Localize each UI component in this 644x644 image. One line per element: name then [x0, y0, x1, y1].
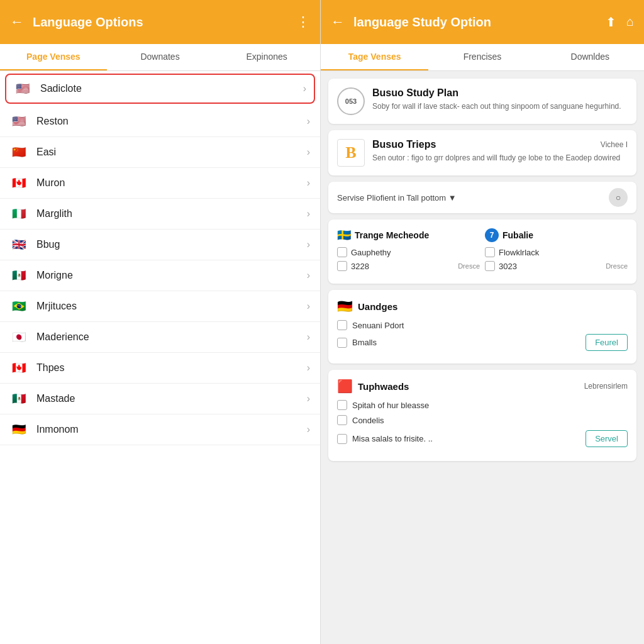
item-name-morigne: Morigne — [36, 270, 307, 281]
fubalie-dresce: Dresce — [606, 262, 628, 270]
left-tabs: Page Venses Downates Expinones — [0, 44, 320, 71]
list-item-morigne[interactable]: 🇲🇽Morigne› — [0, 260, 320, 291]
tuphwaeds-check-3[interactable] — [337, 434, 347, 444]
home-icon[interactable]: ⌂ — [626, 14, 634, 30]
trange-label-2: 3228 — [351, 262, 452, 271]
right-back-icon[interactable]: ← — [331, 14, 345, 30]
trange-flag: 🇸🇪 — [337, 228, 351, 242]
tuphwaeds-item-3[interactable]: Misa salals to frisite. .. Servel — [337, 430, 628, 447]
chevron-thpes: › — [307, 362, 310, 374]
uandges-flag: 🇩🇪 — [337, 299, 353, 314]
fubalie-check-2[interactable] — [485, 261, 495, 271]
uandges-title: Uandges — [358, 301, 397, 312]
list-item-easi[interactable]: 🇨🇳Easi› — [0, 137, 320, 168]
tuphwaeds-item-2[interactable]: Condelis — [337, 415, 628, 425]
tab-expinones[interactable]: Expinones — [213, 44, 320, 70]
servel-button[interactable]: Servel — [586, 430, 628, 447]
list-item-muron[interactable]: 🇨🇦Muron› — [0, 168, 320, 199]
chevron-maderience: › — [307, 331, 310, 343]
tab-downates[interactable]: Downates — [107, 44, 214, 70]
left-more-icon[interactable]: ⋮ — [296, 14, 310, 30]
tab-downldes[interactable]: Downldes — [536, 44, 644, 70]
left-list: 🇺🇸Sadiclote›🇺🇸Reston›🇨🇳Easi›🇨🇦Muron›🇮🇹Ma… — [0, 71, 320, 644]
tab-page-venses[interactable]: Page Venses — [0, 44, 107, 70]
fubalie-check-1[interactable] — [485, 247, 495, 257]
busuo-trieps-description: Sen outor : figo to grr dolpres and will… — [372, 153, 628, 164]
fubalie-item-2[interactable]: 3023 Dresce — [485, 261, 628, 271]
item-name-sadiclote: Sadiclote — [40, 83, 303, 94]
item-name-inmonom: Inmonom — [36, 424, 307, 435]
tuphwaeds-check-2[interactable] — [337, 415, 347, 425]
flag-thpes: 🇨🇦 — [10, 362, 28, 374]
list-item-inmonom[interactable]: 🇩🇪Inmonom› — [0, 414, 320, 445]
chevron-muron: › — [307, 177, 310, 189]
trange-dresce: Dresce — [458, 262, 480, 270]
flag-muron: 🇨🇦 — [10, 177, 28, 189]
item-name-maderience: Maderience — [36, 331, 307, 343]
right-tabs: Tage Venses Frencises Downldes — [321, 44, 644, 71]
methods-card: 🇸🇪 Trange Mecheode Gauphethy 3228 Dresce — [328, 219, 636, 284]
uandges-label-1: Senuani Pdort — [352, 321, 628, 330]
tuphwaeds-label-3: Misa salals to frisite. .. — [352, 434, 433, 443]
list-item-reston[interactable]: 🇺🇸Reston› — [0, 106, 320, 137]
item-name-mrjituces: Mrjituces — [36, 301, 307, 312]
uandges-check-2[interactable] — [337, 338, 347, 348]
uandges-card: 🇩🇪 Uandges Senuani Pdort Bmalls → Feurel — [328, 290, 636, 364]
uandges-check-1[interactable] — [337, 320, 347, 330]
chevron-bbug: › — [307, 239, 310, 250]
trange-check-2[interactable] — [337, 261, 347, 271]
list-item-maderience[interactable]: 🇯🇵Maderience› — [0, 322, 320, 353]
left-back-icon[interactable]: ← — [10, 14, 24, 30]
right-header: ← language Study Option ⬆ ⌂ — [321, 0, 644, 44]
list-item-mastade[interactable]: 🇲🇽Mastade› — [0, 384, 320, 414]
flag-inmonom: 🇩🇪 — [10, 423, 28, 436]
trange-check-1[interactable] — [337, 247, 347, 257]
trange-title: Trange Mecheode — [355, 230, 429, 240]
busuo-logo: B — [337, 139, 365, 167]
uandges-item-1[interactable]: Senuani Pdort — [337, 320, 628, 330]
service-bar[interactable]: Servise Pliofient in Tall pottom ▼ ○ — [328, 182, 636, 213]
study-plan-card: 053 Busuo Study Plan Soby for wall if la… — [328, 79, 636, 124]
tuphwaeds-card: 🟥 Tuphwaeds Lebrensirlem Spitah of hur b… — [328, 370, 636, 461]
tab-frencises[interactable]: Frencises — [428, 44, 536, 70]
share-icon[interactable]: ⬆ — [606, 14, 616, 30]
right-content: 053 Busuo Study Plan Soby for wall if la… — [321, 71, 644, 644]
list-item-marglith[interactable]: 🇮🇹Marglith› — [0, 199, 320, 230]
item-name-mastade: Mastade — [36, 393, 307, 404]
item-name-thpes: Thpes — [36, 362, 307, 374]
list-item-sadiclote[interactable]: 🇺🇸Sadiclote› — [5, 74, 315, 104]
fubalie-item-1[interactable]: Flowklrlack — [485, 247, 628, 257]
flag-mrjituces: 🇧🇷 — [10, 300, 28, 313]
right-title: language Study Option — [353, 15, 597, 30]
right-header-icons: ⬆ ⌂ — [606, 14, 634, 30]
trange-item-2[interactable]: 3228 Dresce — [337, 261, 480, 271]
service-bar-icon: ○ — [609, 188, 628, 207]
list-item-bbug[interactable]: 🇬🇧Bbug› — [0, 230, 320, 260]
busuo-trieps-right: Vichee I — [601, 140, 628, 149]
fubalie-title: Fubalie — [502, 230, 533, 240]
uandges-label-2: Bmalls — [352, 338, 605, 347]
item-name-marglith: Marglith — [36, 208, 307, 219]
flag-morigne: 🇲🇽 — [10, 269, 28, 282]
tuphwaeds-item-1[interactable]: Spitah of hur bleasse — [337, 400, 628, 410]
uandges-item-2[interactable]: Bmalls → Feurel — [337, 335, 628, 350]
chevron-marglith: › — [307, 208, 310, 219]
feurel-button[interactable]: Feurel — [586, 334, 628, 351]
chevron-sadiclote: › — [303, 83, 306, 94]
chevron-inmonom: › — [307, 424, 310, 435]
item-name-bbug: Bbug — [36, 239, 307, 250]
left-header: ← Language Options ⋮ — [0, 0, 320, 44]
list-item-mrjituces[interactable]: 🇧🇷Mrjituces› — [0, 291, 320, 322]
tuphwaeds-label-1: Spitah of hur bleasse — [352, 401, 628, 410]
busuo-trieps-info: Busuo Trieps Vichee I Sen outor : figo t… — [372, 139, 628, 164]
trange-item-1[interactable]: Gauphethy — [337, 247, 480, 257]
fubalie-col: 7 Fubalie Flowklrlack 3023 Dresce — [485, 228, 628, 275]
item-name-muron: Muron — [36, 177, 307, 189]
list-item-thpes[interactable]: 🇨🇦Thpes› — [0, 353, 320, 384]
tab-tage-venses[interactable]: Tage Venses — [321, 44, 428, 70]
study-plan-info: Busuo Study Plan Soby for wall if lave s… — [372, 87, 628, 112]
flag-marglith: 🇮🇹 — [10, 208, 28, 220]
study-plan-title: Busuo Study Plan — [372, 87, 628, 99]
tuphwaeds-check-1[interactable] — [337, 400, 347, 410]
tuphwaeds-right: Lebrensirlem — [584, 382, 628, 391]
